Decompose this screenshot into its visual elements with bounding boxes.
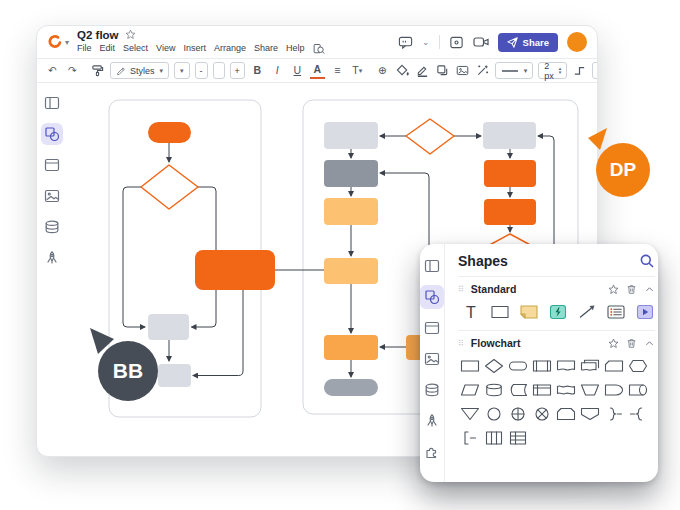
video-call-icon[interactable] bbox=[473, 35, 489, 49]
shape-bolt[interactable] bbox=[547, 303, 568, 321]
sidebar-item-window[interactable] bbox=[420, 316, 444, 340]
favorite-section-icon[interactable] bbox=[608, 284, 619, 295]
drag-handle-icon[interactable]: ⠿ bbox=[458, 339, 465, 348]
sidebar-item-puzzle[interactable] bbox=[420, 440, 444, 464]
position-button[interactable]: ⊕ bbox=[375, 62, 390, 79]
menu-item-insert[interactable]: Insert bbox=[183, 44, 206, 54]
node-r2[interactable] bbox=[324, 160, 378, 187]
search-icon[interactable] bbox=[639, 253, 655, 269]
redo-button[interactable]: ↷ bbox=[65, 62, 80, 79]
font-size-decrease[interactable]: - bbox=[195, 62, 208, 79]
app-logo[interactable]: ▾ bbox=[47, 34, 69, 50]
favorite-star-icon[interactable] bbox=[125, 29, 136, 40]
sidebar-item-layout[interactable] bbox=[420, 254, 444, 278]
find-icon[interactable] bbox=[313, 43, 325, 55]
shape-note[interactable] bbox=[518, 303, 539, 321]
font-size-field[interactable] bbox=[213, 62, 225, 79]
menu-item-help[interactable]: Help bbox=[286, 44, 305, 54]
fill-color-button[interactable] bbox=[395, 62, 410, 79]
shape-play[interactable] bbox=[634, 303, 655, 321]
sidebar-item-window[interactable] bbox=[41, 154, 63, 176]
node-r8[interactable] bbox=[484, 199, 536, 225]
magic-wand-button[interactable] bbox=[475, 62, 490, 79]
align-button[interactable]: ≡ bbox=[330, 62, 345, 79]
shape-internal-storage[interactable] bbox=[531, 380, 553, 400]
font-color-button[interactable]: A bbox=[310, 62, 325, 79]
shape-card[interactable] bbox=[603, 356, 625, 376]
sidebar-item-rocket[interactable] bbox=[41, 247, 63, 269]
sidebar-item-layout[interactable] bbox=[41, 92, 63, 114]
shape-decision[interactable] bbox=[483, 356, 505, 376]
menu-item-arrange[interactable]: Arrange bbox=[214, 44, 246, 54]
shape-direct-access[interactable] bbox=[627, 380, 649, 400]
shape-process[interactable] bbox=[459, 356, 481, 376]
sidebar-item-shapes[interactable] bbox=[41, 123, 63, 145]
comments-icon[interactable] bbox=[398, 35, 413, 50]
shape-loop-limit[interactable] bbox=[555, 404, 577, 424]
share-button[interactable]: Share bbox=[498, 33, 558, 52]
sidebar-item-image[interactable] bbox=[41, 185, 63, 207]
font-size-increase[interactable]: + bbox=[230, 62, 245, 79]
node-end-terminator[interactable] bbox=[324, 379, 378, 396]
menu-item-edit[interactable]: Edit bbox=[100, 44, 116, 54]
line-width-stepper[interactable]: 2 px ▴▾ bbox=[538, 62, 567, 79]
node-r6[interactable] bbox=[483, 122, 536, 149]
bold-button[interactable]: B bbox=[250, 62, 265, 79]
shape-merge[interactable] bbox=[459, 404, 481, 424]
line-color-button[interactable] bbox=[415, 62, 430, 79]
font-dropdown[interactable]: ▾ bbox=[174, 62, 190, 79]
shape-brace-right[interactable] bbox=[603, 404, 625, 424]
sidebar-item-image[interactable] bbox=[420, 347, 444, 371]
shape-document[interactable] bbox=[555, 356, 577, 376]
waypoint-dropdown[interactable]: ▾ bbox=[592, 62, 598, 79]
favorite-section-icon[interactable] bbox=[608, 338, 619, 349]
shape-paper-tape[interactable] bbox=[555, 380, 577, 400]
node-r4[interactable] bbox=[324, 258, 378, 284]
shape-multi-document[interactable] bbox=[579, 356, 601, 376]
menu-item-share[interactable]: Share bbox=[254, 44, 278, 54]
underline-button[interactable]: U bbox=[290, 62, 305, 79]
node-r3[interactable] bbox=[324, 198, 378, 225]
shape-preparation[interactable] bbox=[627, 356, 649, 376]
node-r1[interactable] bbox=[324, 122, 378, 149]
insert-image-button[interactable] bbox=[455, 62, 470, 79]
collapse-section-icon[interactable] bbox=[644, 284, 655, 295]
node-r7[interactable] bbox=[484, 160, 536, 187]
shape-data[interactable] bbox=[459, 380, 481, 400]
format-painter-button[interactable] bbox=[90, 62, 105, 79]
shape-arrow[interactable] bbox=[576, 303, 597, 321]
menu-item-file[interactable]: File bbox=[77, 44, 92, 54]
shape-row-table[interactable] bbox=[507, 428, 529, 448]
drag-handle-icon[interactable]: ⠿ bbox=[458, 285, 465, 294]
shape-bracket[interactable] bbox=[459, 428, 481, 448]
shape-summing-junction[interactable] bbox=[507, 404, 529, 424]
shape-connector[interactable] bbox=[483, 404, 505, 424]
shape-predefined-process[interactable] bbox=[531, 356, 553, 376]
shape-or[interactable] bbox=[531, 404, 553, 424]
shadow-button[interactable] bbox=[435, 62, 450, 79]
styles-dropdown[interactable]: Styles ▾ bbox=[110, 62, 169, 79]
sidebar-item-shapes[interactable] bbox=[420, 285, 444, 309]
shape-terminator[interactable] bbox=[507, 356, 529, 376]
shape-database[interactable] bbox=[483, 380, 505, 400]
italic-button[interactable]: I bbox=[270, 62, 285, 79]
shape-stored-data[interactable] bbox=[507, 380, 529, 400]
trash-icon[interactable] bbox=[626, 338, 637, 349]
text-options-button[interactable]: T▾ bbox=[350, 62, 365, 79]
sidebar-item-rocket[interactable] bbox=[420, 409, 444, 433]
shape-brace-left[interactable] bbox=[627, 404, 649, 424]
present-icon[interactable] bbox=[449, 35, 464, 50]
shape-rectangle[interactable] bbox=[489, 303, 510, 321]
document-title[interactable]: Q2 flow bbox=[77, 29, 119, 42]
menu-item-view[interactable]: View bbox=[156, 44, 175, 54]
node-process-big[interactable] bbox=[195, 250, 275, 290]
user-avatar[interactable] bbox=[567, 32, 587, 52]
shape-delay[interactable] bbox=[603, 380, 625, 400]
menu-item-select[interactable]: Select bbox=[123, 44, 148, 54]
shape-list[interactable] bbox=[605, 303, 626, 321]
shape-column-table[interactable] bbox=[483, 428, 505, 448]
sidebar-item-stack[interactable] bbox=[420, 378, 444, 402]
connector-style-button[interactable] bbox=[572, 62, 587, 79]
collapse-section-icon[interactable] bbox=[644, 338, 655, 349]
line-style-dropdown[interactable]: ▾ bbox=[495, 62, 534, 79]
